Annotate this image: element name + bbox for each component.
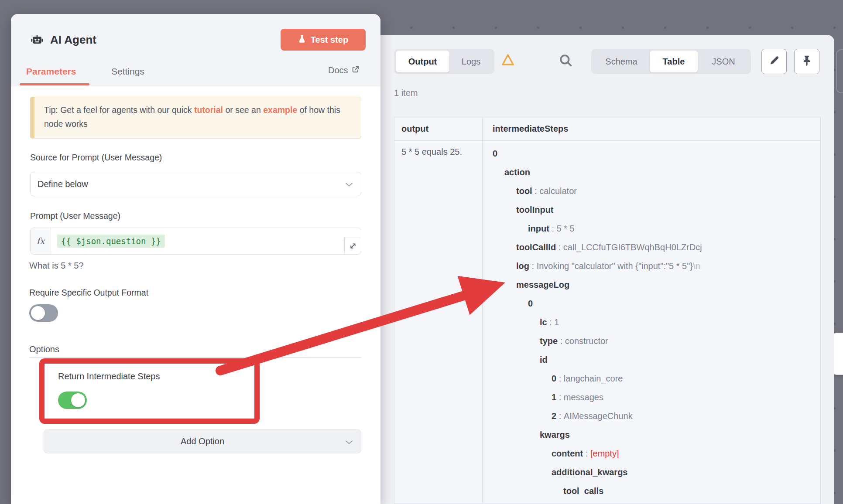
output-logs-switcher: Output Logs — [394, 49, 494, 74]
tree-row[interactable]: kwargs — [483, 426, 820, 444]
options-divider — [29, 357, 361, 358]
flask-icon — [298, 34, 306, 45]
tree-row[interactable]: tool : calculator — [483, 182, 820, 201]
tab-output[interactable]: Output — [396, 51, 449, 72]
tree-row[interactable]: lc : 1 — [483, 313, 820, 332]
tree-row[interactable]: log : Invoking "calculator" with {"input… — [483, 257, 820, 276]
source-for-prompt-label: Source for Prompt (User Message) — [30, 153, 162, 163]
expression-value: {{ $json.question }} — [57, 235, 165, 248]
require-output-format-label: Require Specific Output Format — [29, 288, 148, 298]
column-header-intermediatesteps[interactable]: intermediateSteps — [483, 117, 820, 140]
fx-badge: fx — [31, 228, 51, 254]
search-icon[interactable] — [559, 54, 572, 69]
table-row: 5 * 5 equals 25. 0actiontool : calculato… — [394, 141, 820, 504]
tree-row[interactable]: 0 — [483, 294, 820, 313]
node-title: AI Agent — [50, 33, 96, 47]
output-table: output intermediateSteps 5 * 5 equals 25… — [394, 117, 821, 504]
tip-callout: Tip: Get a feel for agents with our quic… — [30, 97, 361, 139]
pencil-icon — [768, 55, 780, 68]
warning-icon — [501, 53, 515, 68]
pin-data-button[interactable] — [794, 49, 819, 74]
chevron-down-icon — [345, 436, 353, 446]
tree-row[interactable]: tool_calls — [483, 482, 820, 501]
tree-row[interactable]: content : [empty] — [483, 444, 820, 463]
chevron-down-icon — [345, 179, 353, 189]
tree-row[interactable]: type : constructor — [483, 332, 820, 351]
tree-row[interactable]: 1 : messages — [483, 388, 820, 407]
table-header-row: output intermediateSteps — [394, 117, 820, 141]
robot-icon — [30, 32, 44, 48]
test-step-label: Test step — [311, 35, 348, 45]
active-tab-underline — [20, 83, 89, 85]
tree-row[interactable]: input : 5 * 5 — [483, 219, 820, 238]
tree: 0actiontool : calculatortoolInputinput :… — [483, 141, 820, 504]
view-schema[interactable]: Schema — [593, 51, 650, 72]
expression-preview: What is 5 * 5? — [29, 261, 84, 271]
test-step-button[interactable]: Test step — [281, 29, 366, 51]
tree-row[interactable]: action — [483, 163, 820, 182]
tree-row[interactable]: messageLog — [483, 276, 820, 294]
source-for-prompt-select[interactable]: Define below — [30, 172, 361, 196]
view-table[interactable]: Table — [650, 51, 698, 72]
tree-row[interactable]: 2 : AIMessageChunk — [483, 407, 820, 426]
view-switcher: Schema Table JSON — [591, 49, 751, 74]
tab-parameters[interactable]: Parameters — [26, 66, 76, 77]
prompt-label: Prompt (User Message) — [30, 211, 120, 221]
external-link-icon — [352, 65, 360, 75]
source-for-prompt-value: Define below — [38, 179, 88, 189]
expand-expression-button[interactable] — [344, 238, 360, 254]
node-settings-panel: AI Agent Test step Parameters Settings D… — [11, 14, 380, 504]
output-panel: Output Logs Schema Table JSON 1 item — [375, 35, 834, 504]
tip-text: or see an — [223, 105, 263, 115]
view-json[interactable]: JSON — [698, 51, 749, 72]
docs-link[interactable]: Docs — [328, 65, 360, 75]
tree-row[interactable]: 0 : langchain_core — [483, 369, 820, 388]
add-option-select[interactable]: Add Option — [44, 429, 361, 453]
column-header-output[interactable]: output — [394, 117, 483, 140]
add-option-label: Add Option — [181, 436, 224, 446]
tree-row[interactable]: 0 — [483, 144, 820, 163]
annotation-highlight-box — [39, 358, 260, 424]
prompt-expression-field[interactable]: fx {{ $json.question }} — [30, 228, 361, 255]
tab-settings[interactable]: Settings — [111, 66, 144, 77]
output-cell: 5 * 5 equals 25. — [394, 141, 483, 504]
node-panel-header: AI Agent Test step Parameters Settings D… — [11, 14, 380, 86]
docs-label: Docs — [328, 65, 348, 75]
example-link[interactable]: example — [263, 105, 297, 115]
items-count: 1 item — [394, 88, 418, 98]
canvas-node-outline — [836, 49, 843, 93]
options-label: Options — [29, 344, 59, 354]
tab-logs[interactable]: Logs — [449, 51, 493, 72]
require-output-format-toggle[interactable] — [29, 304, 58, 322]
toggle-knob — [31, 306, 45, 320]
expression-input[interactable]: {{ $json.question }} — [51, 228, 165, 254]
tip-text: Tip: Get a feel for agents with our quic… — [44, 105, 194, 115]
tree-row[interactable]: id — [483, 351, 820, 369]
return-intermediate-steps-label: Return Intermediate Steps — [58, 371, 160, 381]
edit-output-button[interactable] — [761, 49, 787, 74]
tree-row[interactable]: additional_kwargs — [483, 463, 820, 482]
tree-row[interactable]: toolInput — [483, 201, 820, 219]
tree-row[interactable]: toolCallId : call_LCCfuTGI6TBWqhBqH0LZrD… — [483, 238, 820, 257]
pin-icon — [802, 55, 812, 68]
tutorial-link[interactable]: tutorial — [194, 105, 223, 115]
